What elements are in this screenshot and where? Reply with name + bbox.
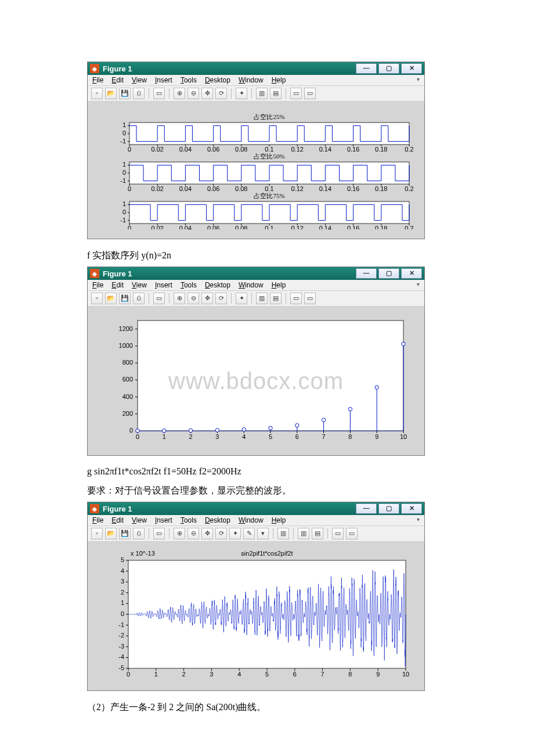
svg-text:x 10^-13: x 10^-13 bbox=[131, 550, 155, 557]
zoom-in-icon[interactable]: ⊕ bbox=[174, 88, 185, 99]
pan-icon[interactable]: ✥ bbox=[201, 293, 213, 304]
maximize-button[interactable]: ▢ bbox=[378, 268, 399, 279]
minimize-button[interactable]: — bbox=[356, 268, 377, 279]
zoom-out-icon[interactable]: ⊖ bbox=[187, 88, 199, 99]
new-icon[interactable]: ▫ bbox=[91, 528, 103, 539]
menu-window[interactable]: Window bbox=[239, 281, 264, 289]
print-icon[interactable]: ⎙ bbox=[133, 293, 145, 304]
legend-icon[interactable]: ▤ bbox=[312, 528, 323, 539]
menu-edit[interactable]: Edit bbox=[111, 76, 124, 84]
data-cursor-icon[interactable]: ✦ bbox=[236, 88, 247, 99]
menu-insert[interactable]: Insert bbox=[155, 516, 172, 524]
svg-text:1000: 1000 bbox=[119, 342, 133, 349]
menu-tools[interactable]: Tools bbox=[181, 281, 197, 289]
print-icon[interactable]: ⎙ bbox=[133, 528, 145, 539]
menu-file[interactable]: File bbox=[92, 516, 103, 524]
close-button[interactable]: ✕ bbox=[401, 63, 422, 74]
colorbar-icon[interactable]: ▤ bbox=[270, 88, 282, 99]
svg-text:0: 0 bbox=[128, 146, 131, 153]
close-button[interactable]: ✕ bbox=[401, 268, 422, 279]
rotate-icon[interactable]: ⟳ bbox=[215, 88, 227, 99]
square-wave-subplots: 占空比25%-10100.020.040.060.080.10.120.140.… bbox=[97, 107, 415, 229]
menu-window[interactable]: Window bbox=[239, 516, 264, 524]
menu-view[interactable]: View bbox=[132, 516, 147, 524]
link-icon[interactable]: ▥ bbox=[256, 88, 268, 99]
svg-text:占空比25%: 占空比25% bbox=[254, 113, 284, 120]
menu-edit[interactable]: Edit bbox=[111, 281, 124, 289]
new-icon[interactable]: ▫ bbox=[91, 293, 103, 304]
open-icon[interactable]: 📂 bbox=[105, 293, 117, 304]
menu-file[interactable]: File bbox=[92, 76, 103, 84]
save-icon[interactable]: 💾 bbox=[119, 293, 131, 304]
svg-text:0.18: 0.18 bbox=[375, 146, 387, 153]
rotate-icon[interactable]: ⟳ bbox=[215, 528, 227, 539]
svg-text:0.12: 0.12 bbox=[291, 146, 303, 153]
svg-text:0.08: 0.08 bbox=[235, 185, 247, 192]
close-button[interactable]: ✕ bbox=[401, 503, 422, 514]
link-icon[interactable]: ▥ bbox=[277, 528, 289, 539]
svg-text:0.14: 0.14 bbox=[319, 146, 331, 153]
brush-icon[interactable]: ▭ bbox=[290, 88, 302, 99]
menu-desktop[interactable]: Desktop bbox=[205, 281, 230, 289]
menu-file[interactable]: File bbox=[92, 281, 103, 289]
minimize-button[interactable]: — bbox=[356, 63, 377, 74]
legend-icon[interactable]: ▭ bbox=[304, 88, 316, 99]
pan-icon[interactable]: ✥ bbox=[201, 88, 213, 99]
menu-desktop[interactable]: Desktop bbox=[205, 516, 230, 524]
box-icon[interactable]: ▭ bbox=[332, 528, 344, 539]
misc-icon[interactable]: ▾ bbox=[257, 528, 269, 539]
maximize-button[interactable]: ▢ bbox=[378, 63, 399, 74]
save-icon[interactable]: 💾 bbox=[119, 528, 131, 539]
pointer-icon[interactable]: ▭ bbox=[153, 293, 165, 304]
figure-window-1: ◆ Figure 1 — ▢ ✕ File Edit View Insert T… bbox=[87, 62, 425, 239]
save-icon[interactable]: 💾 bbox=[119, 88, 131, 99]
menu-tools[interactable]: Tools bbox=[181, 76, 197, 84]
menu-insert[interactable]: Insert bbox=[155, 76, 172, 84]
menu-insert[interactable]: Insert bbox=[155, 281, 172, 289]
svg-text:200: 200 bbox=[122, 410, 133, 417]
zoom-out-icon[interactable]: ⊖ bbox=[187, 528, 199, 539]
menu-help[interactable]: Help bbox=[272, 281, 286, 289]
brush-icon[interactable]: ✎ bbox=[243, 528, 255, 539]
svg-text:2: 2 bbox=[189, 433, 193, 440]
box2-icon[interactable]: ▭ bbox=[346, 528, 358, 539]
new-icon[interactable]: ▫ bbox=[91, 88, 103, 99]
zoom-out-icon[interactable]: ⊖ bbox=[187, 293, 199, 304]
svg-text:7: 7 bbox=[322, 433, 326, 440]
menu-edit[interactable]: Edit bbox=[111, 516, 124, 524]
svg-text:800: 800 bbox=[122, 359, 133, 366]
maximize-button[interactable]: ▢ bbox=[378, 503, 399, 514]
svg-text:-2: -2 bbox=[118, 632, 124, 639]
brush-icon[interactable]: ▭ bbox=[290, 293, 302, 304]
menu-help[interactable]: Help bbox=[272, 76, 286, 84]
open-icon[interactable]: 📂 bbox=[105, 528, 117, 539]
legend-icon[interactable]: ▭ bbox=[304, 293, 316, 304]
menu-help[interactable]: Help bbox=[272, 516, 286, 524]
pointer-icon[interactable]: ▭ bbox=[153, 528, 165, 539]
svg-text:0.14: 0.14 bbox=[319, 185, 331, 192]
menu-window[interactable]: Window bbox=[239, 76, 264, 84]
toolbar: ▫ 📂 💾 ⎙ ▭ ⊕ ⊖ ✥ ⟳ ✦ ✎ ▾ ▥ ▥ ▤ ▭ ▭ bbox=[88, 526, 424, 542]
svg-text:0.14: 0.14 bbox=[319, 225, 331, 229]
data-cursor-icon[interactable]: ✦ bbox=[229, 528, 241, 539]
pan-icon[interactable]: ✥ bbox=[201, 528, 213, 539]
svg-point-137 bbox=[242, 427, 246, 431]
zoom-in-icon[interactable]: ⊕ bbox=[174, 293, 185, 304]
minimize-button[interactable]: — bbox=[356, 503, 377, 514]
data-cursor-icon[interactable]: ✦ bbox=[236, 293, 247, 304]
rotate-icon[interactable]: ⟳ bbox=[215, 293, 227, 304]
pointer-icon[interactable]: ▭ bbox=[153, 88, 165, 99]
print-icon[interactable]: ⎙ bbox=[133, 88, 145, 99]
svg-text:5: 5 bbox=[269, 433, 272, 440]
menu-view[interactable]: View bbox=[132, 76, 147, 84]
colorbar-icon[interactable]: ▤ bbox=[270, 293, 282, 304]
menu-tools[interactable]: Tools bbox=[181, 516, 197, 524]
menu-view[interactable]: View bbox=[132, 281, 147, 289]
plot-area-squares: 占空比25%-10100.020.040.060.080.10.120.140.… bbox=[88, 102, 424, 239]
menu-desktop[interactable]: Desktop bbox=[205, 76, 230, 84]
link-icon[interactable]: ▥ bbox=[256, 293, 268, 304]
open-icon[interactable]: 📂 bbox=[105, 88, 117, 99]
svg-text:5: 5 bbox=[121, 556, 124, 563]
colorbar-icon[interactable]: ▥ bbox=[298, 528, 309, 539]
zoom-in-icon[interactable]: ⊕ bbox=[174, 528, 185, 539]
